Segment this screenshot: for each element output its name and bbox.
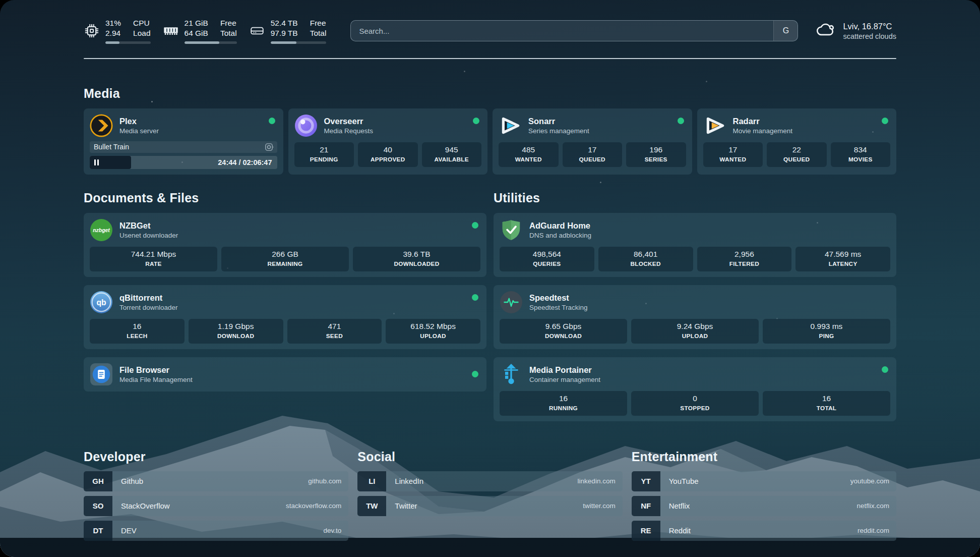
bookmark-name: StackOverflow — [112, 502, 286, 510]
bookmark-url: netflix.com — [856, 502, 896, 510]
bookmark-netflix[interactable]: NF Netflix netflix.com — [632, 496, 896, 516]
service-titles: Overseerr Media Requests — [324, 117, 374, 135]
stat-label: WANTED — [501, 156, 557, 163]
stat-label: QUEUED — [565, 156, 621, 163]
overseerr-icon — [294, 114, 318, 137]
section-documents-files: Documents & Files nzbget NZBGet — [84, 191, 486, 421]
section-title-documents-files: Documents & Files — [84, 191, 486, 205]
section-title-media: Media — [84, 86, 896, 101]
pause-icon — [94, 159, 99, 165]
service-name: Plex — [119, 117, 159, 126]
bookmark-stackoverflow[interactable]: SO StackOverflow stackoverflow.com — [84, 496, 348, 516]
stat-queued: 22 QUEUED — [767, 142, 827, 167]
service-card-filebrowser[interactable]: File Browser Media File Management — [84, 357, 486, 392]
bookmark-url: twitter.com — [583, 502, 623, 510]
stat-label: SEED — [289, 332, 380, 340]
bookmark-group-social: Social LI LinkedIn linkedin.com TW Twitt… — [357, 450, 622, 545]
stat-label: FILTERED — [699, 260, 790, 267]
stat-value: 2,956 — [699, 250, 790, 259]
bookmark-abbr: RE — [632, 521, 660, 541]
stat-label: MOVIES — [833, 156, 889, 163]
stat-label: LEECH — [92, 332, 182, 340]
service-card-adguard[interactable]: AdGuard Home DNS and adblocking 498,564 … — [494, 213, 896, 277]
service-name: AdGuard Home — [529, 221, 591, 231]
bookmark-youtube[interactable]: YT YouTube youtube.com — [632, 471, 896, 491]
service-card-radarr[interactable]: Radarr Movie management 17 WANTED 22 QUE… — [697, 108, 897, 175]
bookmark-url: reddit.com — [858, 527, 896, 534]
service-card-speedtest[interactable]: Speedtest Speedtest Tracking 9.65 Gbps D… — [494, 285, 896, 349]
resource-value-top: 21 GiB — [185, 18, 208, 28]
section-title-developer: Developer — [84, 450, 348, 464]
stat-value: 16 — [502, 394, 625, 403]
bookmark-dev[interactable]: DT DEV dev.to — [84, 521, 348, 541]
service-card-sonarr[interactable]: Sonarr Series management 485 WANTED 17 Q… — [493, 108, 692, 175]
status-dot — [473, 118, 479, 124]
bookmark-abbr: LI — [357, 471, 386, 491]
service-description: Media server — [119, 127, 159, 135]
bookmark-group-entertainment: Entertainment YT YouTube youtube.com NF … — [632, 450, 896, 545]
bookmark-github[interactable]: GH Github github.com — [84, 471, 348, 491]
svg-text:qb: qb — [96, 298, 106, 307]
stat-value: 17 — [705, 145, 761, 154]
status-dot — [269, 118, 275, 124]
resource-label-top: Free — [220, 18, 237, 28]
bookmark-name: Reddit — [660, 526, 858, 535]
stat-label: TOTAL — [765, 405, 888, 412]
service-card-qbittorrent[interactable]: qb qBittorrent Torrent downloader 16 LEE… — [84, 285, 486, 349]
service-card-plex[interactable]: Plex Media server Bullet Train — [84, 108, 283, 175]
bookmark-url: stackoverflow.com — [286, 502, 348, 510]
stat-value: 40 — [360, 145, 416, 154]
service-description: Movie management — [733, 127, 793, 135]
stat-label: WANTED — [705, 156, 761, 163]
resource-value-top: 31% — [105, 18, 121, 28]
playback-progress-bar[interactable]: 24:44 / 02:06:47 — [90, 156, 277, 169]
media-grid: Plex Media server Bullet Train — [84, 108, 896, 175]
cpu-usage-fill — [105, 41, 119, 44]
resource-value-bottom: 2.94 — [105, 28, 121, 38]
search-input[interactable] — [350, 20, 798, 41]
search-provider-button[interactable]: G — [773, 21, 798, 41]
service-card-nzbget[interactable]: nzbget NZBGet Usenet downloader 744.21 M… — [84, 213, 486, 277]
service-card-portainer[interactable]: Media Portainer Container management 16 … — [494, 357, 896, 421]
bookmark-twitter[interactable]: TW Twitter twitter.com — [357, 496, 622, 516]
stat-label: REMAINING — [223, 260, 347, 267]
stat-value: 9.65 Gbps — [502, 322, 625, 331]
service-titles: Plex Media server — [119, 117, 159, 135]
service-stats: 498,564 QUERIES 86,401 BLOCKED 2,956 FIL… — [500, 247, 890, 271]
stat-wanted: 485 WANTED — [499, 142, 559, 167]
weather-location-temp: Lviv, 16.87°C — [843, 22, 896, 31]
stat-value: 0.993 ms — [765, 322, 888, 331]
stat-ping: 0.993 ms PING — [763, 319, 890, 344]
stat-label: SERIES — [628, 156, 684, 163]
stat-value: 498,564 — [502, 250, 592, 259]
bookmark-reddit[interactable]: RE Reddit reddit.com — [632, 521, 896, 541]
service-titles: qBittorrent Torrent downloader — [119, 293, 178, 311]
service-stats: 9.65 Gbps DOWNLOAD 9.24 Gbps UPLOAD 0.99… — [500, 319, 890, 344]
bookmark-linkedin[interactable]: LI LinkedIn linkedin.com — [357, 471, 622, 491]
expand-icon[interactable] — [265, 143, 273, 151]
speedtest-icon — [500, 291, 523, 314]
stat-upload: 9.24 Gbps UPLOAD — [631, 319, 759, 344]
stat-approved: 40 APPROVED — [358, 142, 418, 167]
service-name: Radarr — [733, 117, 793, 126]
weather-widget[interactable]: Lviv, 16.87°C scattered clouds — [815, 22, 896, 40]
service-description: Usenet downloader — [119, 232, 178, 239]
service-titles: Sonarr Series management — [528, 117, 589, 135]
service-name: File Browser — [119, 365, 193, 375]
status-dot — [472, 294, 478, 301]
bookmark-abbr: NF — [632, 496, 660, 516]
service-name: Sonarr — [528, 117, 589, 126]
resource-widget-cpu: 31% 2.94 CPU Load — [84, 18, 151, 44]
header-divider — [84, 58, 896, 59]
service-description: Series management — [528, 127, 589, 135]
service-titles: File Browser Media File Management — [119, 365, 193, 383]
stat-value: 266 GB — [223, 250, 347, 259]
status-dot — [882, 118, 888, 124]
service-description: Container management — [529, 376, 600, 383]
stat-label: PING — [765, 332, 888, 340]
resource-label-bottom: Total — [310, 28, 327, 38]
service-card-overseerr[interactable]: Overseerr Media Requests 21 PENDING 40 A… — [288, 108, 488, 175]
disk-usage-fill — [271, 41, 296, 44]
service-stats: 744.21 Mbps RATE 266 GB REMAINING 39.6 T… — [90, 247, 480, 271]
memory-icon — [163, 23, 179, 38]
